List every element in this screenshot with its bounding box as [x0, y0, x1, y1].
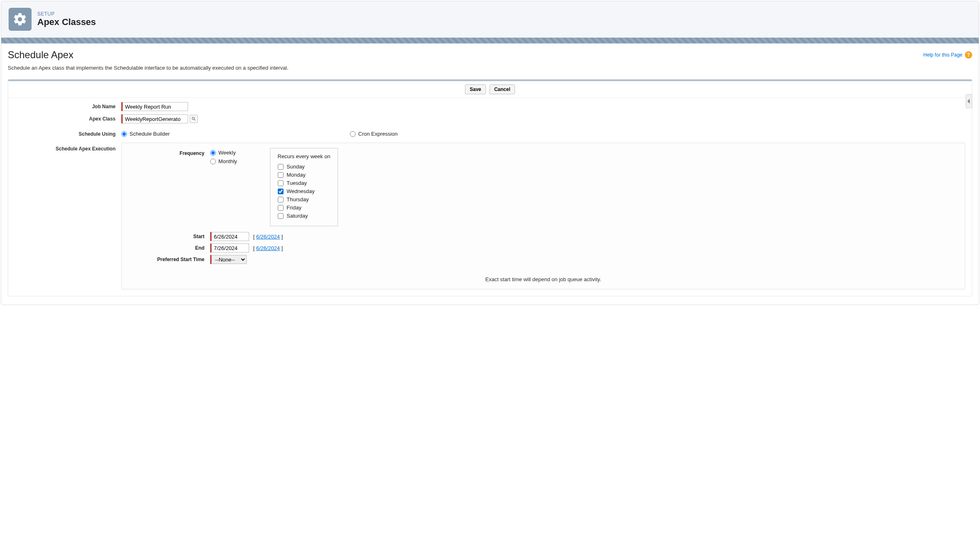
preferred-time-row: Preferred Start Time --None-- — [128, 255, 958, 264]
weekly-radio-label: Weekly — [218, 150, 236, 156]
preferred-time-label: Preferred Start Time — [128, 257, 210, 262]
page-wrapper: SETUP Apex Classes Schedule Apex Help fo… — [1, 1, 979, 305]
friday-checkbox[interactable] — [278, 205, 284, 211]
header-text: SETUP Apex Classes — [37, 11, 96, 27]
execution-panel: Frequency Weekly Monthly — [121, 143, 965, 289]
schedule-builder-radio-input[interactable] — [121, 131, 127, 137]
thursday-label: Thursday — [287, 196, 309, 202]
schedule-builder-radio[interactable]: Schedule Builder — [121, 131, 170, 137]
recur-box: Recurs every week on Sunday Monday — [270, 148, 338, 226]
job-name-input[interactable] — [122, 102, 188, 111]
day-tuesday[interactable]: Tuesday — [278, 180, 331, 186]
thursday-checkbox[interactable] — [278, 197, 284, 202]
start-date-hint: [ 6/26/2024 ] — [253, 234, 283, 240]
title-row: Schedule Apex Help for this Page ? — [8, 49, 972, 61]
day-monday[interactable]: Monday — [278, 172, 331, 178]
apex-class-row: Apex Class — [15, 114, 965, 123]
weekly-radio-input[interactable] — [210, 150, 216, 156]
weekly-radio[interactable]: Weekly — [210, 150, 237, 156]
tuesday-checkbox[interactable] — [278, 180, 284, 186]
cron-expression-radio[interactable]: Cron Expression — [350, 131, 397, 137]
monthly-radio[interactable]: Monthly — [210, 158, 237, 164]
day-thursday[interactable]: Thursday — [278, 196, 331, 202]
preferred-time-select[interactable]: --None-- — [211, 255, 247, 264]
day-saturday[interactable]: Saturday — [278, 213, 331, 219]
tuesday-label: Tuesday — [287, 180, 307, 186]
sunday-label: Sunday — [287, 164, 305, 170]
cancel-button[interactable]: Cancel — [490, 84, 515, 94]
execution-section: Schedule Apex Execution Frequency Weekly — [15, 143, 965, 289]
wednesday-checkbox[interactable] — [278, 189, 284, 194]
monthly-radio-input[interactable] — [210, 159, 216, 164]
day-sunday[interactable]: Sunday — [278, 164, 331, 170]
form-body: Job Name Apex Class Schedule Using — [8, 98, 972, 296]
job-name-label: Job Name — [15, 104, 121, 109]
section-title: Schedule Apex — [8, 49, 73, 61]
end-date-row: End [ 6/26/2024 ] — [128, 243, 958, 252]
end-date-hint: [ 6/26/2024 ] — [253, 245, 283, 251]
day-wednesday[interactable]: Wednesday — [278, 188, 331, 194]
collapse-handle[interactable] — [966, 94, 972, 108]
monday-checkbox[interactable] — [278, 172, 284, 178]
recur-title: Recurs every week on — [278, 153, 331, 159]
save-button[interactable]: Save — [465, 84, 485, 94]
help-link[interactable]: Help for this Page ? — [923, 51, 972, 59]
schedule-builder-radio-label: Schedule Builder — [129, 131, 170, 137]
setup-header: SETUP Apex Classes — [1, 1, 979, 38]
wednesday-label: Wednesday — [287, 188, 315, 194]
pattern-band — [1, 38, 979, 43]
frequency-row: Frequency Weekly Monthly — [128, 148, 958, 226]
queue-note: Exact start time will depend on job queu… — [128, 276, 958, 282]
setup-label: SETUP — [37, 11, 96, 17]
saturday-checkbox[interactable] — [278, 213, 284, 219]
lookup-icon[interactable] — [190, 115, 198, 123]
execution-label: Schedule Apex Execution — [15, 143, 121, 289]
help-link-text: Help for this Page — [923, 52, 962, 58]
start-date-label: Start — [128, 234, 210, 239]
cron-expression-radio-label: Cron Expression — [358, 131, 397, 137]
start-date-row: Start [ 6/26/2024 ] — [128, 232, 958, 241]
job-name-row: Job Name — [15, 102, 965, 111]
day-friday[interactable]: Friday — [278, 205, 331, 211]
form-panel: Save Cancel Job Name Apex Class — [8, 79, 972, 296]
button-row: Save Cancel — [8, 81, 972, 98]
end-date-label: End — [128, 245, 210, 251]
schedule-using-row: Schedule Using Schedule Builder Cron Exp… — [15, 131, 965, 137]
friday-label: Friday — [287, 205, 302, 211]
saturday-label: Saturday — [287, 213, 308, 219]
frequency-label: Frequency — [128, 148, 210, 156]
end-date-hint-link[interactable]: 6/26/2024 — [256, 245, 280, 251]
gear-icon — [9, 8, 32, 31]
apex-class-input[interactable] — [122, 114, 188, 123]
start-date-hint-link[interactable]: 6/26/2024 — [256, 234, 280, 240]
end-date-input[interactable] — [211, 243, 249, 252]
sunday-checkbox[interactable] — [278, 164, 284, 170]
schedule-using-label: Schedule Using — [15, 131, 121, 137]
page-description: Schedule an Apex class that implements t… — [8, 65, 972, 71]
start-date-input[interactable] — [211, 232, 249, 241]
cron-expression-radio-input[interactable] — [350, 131, 356, 137]
help-icon: ? — [965, 51, 972, 59]
apex-class-label: Apex Class — [15, 116, 121, 122]
monthly-radio-label: Monthly — [218, 158, 237, 164]
monday-label: Monday — [287, 172, 306, 178]
content-area: Schedule Apex Help for this Page ? Sched… — [1, 43, 979, 305]
page-title: Apex Classes — [37, 17, 96, 27]
frequency-radios: Weekly Monthly — [210, 148, 237, 164]
